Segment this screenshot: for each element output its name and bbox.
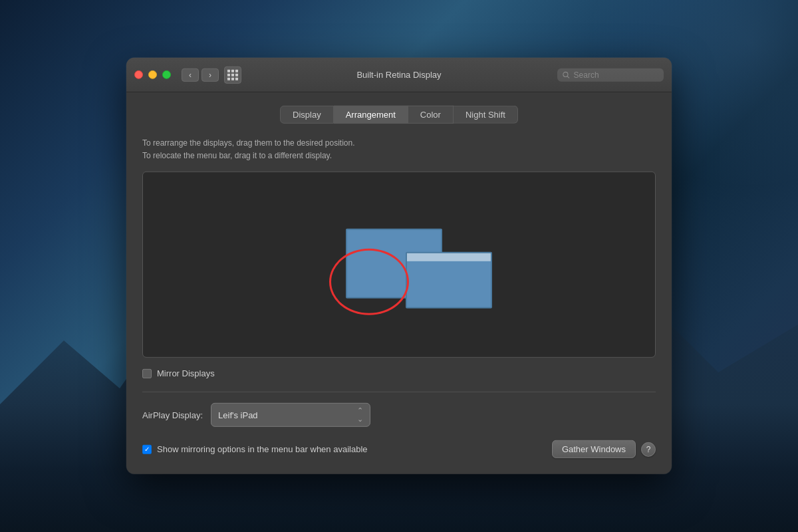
bottom-row: ✓ Show mirroring options in the menu bar… <box>142 440 656 458</box>
monitor-primary[interactable] <box>406 252 492 309</box>
show-mirroring-checkbox[interactable]: ✓ <box>142 445 152 454</box>
mirror-displays-row: Mirror Displays <box>142 368 656 378</box>
close-button[interactable] <box>134 70 143 79</box>
nav-buttons: ‹ › <box>182 68 219 81</box>
instruction-line2: To relocate the menu bar, drag it to a d… <box>142 150 656 162</box>
show-mirroring-row: ✓ Show mirroring options in the menu bar… <box>142 444 368 454</box>
title-bar: ‹ › Built-in Retina Display <box>126 58 672 92</box>
grid-view-button[interactable] <box>224 66 241 83</box>
grid-icon <box>227 69 238 80</box>
gather-windows-button[interactable]: Gather Windows <box>552 440 636 458</box>
instructions: To rearrange the displays, drag them to … <box>142 137 656 162</box>
content: Display Arrangement Color Night Shift To… <box>126 92 672 474</box>
svg-line-1 <box>568 76 569 78</box>
search-bar[interactable] <box>557 68 664 81</box>
divider <box>142 392 656 392</box>
airplay-select[interactable]: Leif's iPad ⌃⌄ <box>211 403 370 427</box>
instruction-line1: To rearrange the displays, drag them to … <box>142 137 656 150</box>
back-icon: ‹ <box>189 70 192 79</box>
airplay-dropdown-icon: ⌃⌄ <box>357 406 363 424</box>
tab-display[interactable]: Display <box>280 106 334 124</box>
forward-icon: › <box>209 70 211 79</box>
mirror-displays-label: Mirror Displays <box>157 368 215 378</box>
window: ‹ › Built-in Retina Display Disp <box>126 58 672 474</box>
search-input[interactable] <box>574 70 658 79</box>
display-arrangement-area[interactable] <box>142 172 656 358</box>
forward-button[interactable]: › <box>201 68 219 81</box>
maximize-button[interactable] <box>162 70 171 79</box>
window-title: Built-in Retina Display <box>356 70 441 80</box>
help-button[interactable]: ? <box>641 442 656 457</box>
airplay-selected-value: Leif's iPad <box>218 410 258 420</box>
traffic-lights <box>134 70 171 79</box>
show-mirroring-label: Show mirroring options in the menu bar w… <box>157 444 368 454</box>
menu-bar-indicator <box>407 253 491 261</box>
tab-color[interactable]: Color <box>408 106 454 124</box>
bottom-buttons: Gather Windows ? <box>552 440 656 458</box>
minimize-button[interactable] <box>148 70 157 79</box>
back-button[interactable]: ‹ <box>182 68 199 81</box>
tab-arrangement[interactable]: Arrangement <box>334 106 408 124</box>
airplay-label: AirPlay Display: <box>142 410 203 420</box>
svg-point-0 <box>563 72 568 76</box>
mirror-displays-checkbox[interactable] <box>142 369 152 378</box>
airplay-row: AirPlay Display: Leif's iPad ⌃⌄ <box>142 403 656 427</box>
tabs: Display Arrangement Color Night Shift <box>142 106 656 124</box>
tab-night-shift[interactable]: Night Shift <box>454 106 518 124</box>
search-icon <box>563 70 570 78</box>
